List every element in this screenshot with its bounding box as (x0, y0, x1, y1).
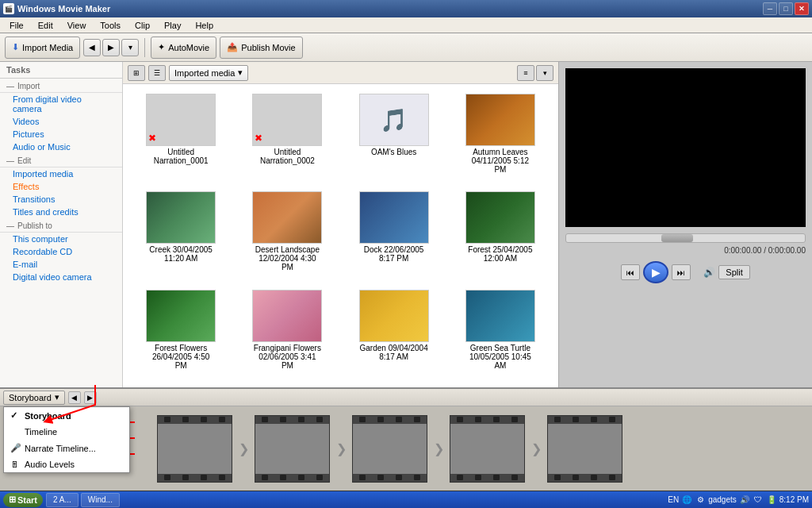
task-email[interactable]: E-mail (0, 258, 122, 271)
media-item-label: OAM's Blues (371, 148, 416, 156)
grid-view-button[interactable]: ⊞ (128, 65, 145, 81)
media-item-label: Green Sea Turtle 10/05/2005 10:45 AM (465, 344, 536, 370)
list-item[interactable]: Garden 09/04/2004 8:17 AM (343, 287, 446, 381)
menu-item-narrate[interactable]: 🎤 Narrate Timeline... (4, 440, 129, 456)
system-tray: EN 🌐 ⚙ gadgets 🔊 🛡 🔋 8:12 PM (668, 495, 809, 506)
media-item-label: Untitled Narration_0001 (145, 148, 216, 165)
tray-gadgets-label: gadgets (708, 495, 737, 504)
check-icon: ✓ (10, 410, 20, 421)
import-label: Import Media (22, 43, 73, 52)
task-titles[interactable]: Titles and credits (0, 206, 122, 218)
menu-help[interactable]: Help (189, 19, 220, 32)
sort-dropdown[interactable]: ▾ (536, 65, 553, 81)
storyboard-prev-button[interactable]: ◀ (68, 391, 81, 404)
title-bar-controls[interactable]: ─ □ ✕ (763, 2, 809, 15)
list-item[interactable]: Green Sea Turtle 10/05/2005 10:45 AM (449, 287, 552, 381)
main-toolbar: ⬇ Import Media ◀ ▶ ▾ ✦ AutoMovie 📤 Publi… (0, 33, 812, 62)
menu-clip[interactable]: Clip (128, 19, 156, 32)
taskbar-item-2a[interactable]: 2 A... (46, 493, 79, 507)
media-area: ⊞ ☰ Imported media ▾ ≡ ▾ ✖ (123, 62, 558, 387)
dropdown-nav[interactable]: ▾ (121, 39, 139, 56)
task-pictures[interactable]: Pictures (0, 128, 122, 140)
preview-screen (565, 68, 806, 227)
title-bar: 🎬 Windows Movie Maker ─ □ ✕ (0, 0, 812, 17)
list-item[interactable]: Frangipani Flowers 02/06/2005 3:41 PM (236, 287, 339, 381)
film-cell-5[interactable] (547, 415, 622, 483)
task-digital-video[interactable]: From digital video camera (0, 93, 122, 115)
maximize-button[interactable]: □ (779, 2, 793, 15)
media-filter-dropdown[interactable]: Imported media ▾ (169, 65, 248, 81)
media-item-label: Creek 30/04/2005 11:20 AM (145, 245, 216, 263)
media-thumbnail (465, 94, 535, 146)
film-cell-4[interactable] (450, 415, 525, 483)
automovie-icon: ✦ (158, 42, 165, 52)
taskbar-item-wind[interactable]: Wind... (81, 493, 120, 507)
menu-edit[interactable]: Edit (32, 19, 59, 32)
film-cell-2[interactable] (255, 415, 330, 483)
media-thumbnail: ✖ (252, 94, 322, 146)
close-button[interactable]: ✕ (795, 2, 809, 15)
storyboard-dropdown-button[interactable]: Storyboard ▾ (3, 391, 65, 405)
back-button[interactable]: ◀ (83, 39, 101, 56)
media-item-label: Forest Flowers 26/04/2005 4:50 PM (145, 344, 216, 370)
publish-icon: 📤 (227, 42, 238, 52)
menu-tools[interactable]: Tools (94, 19, 127, 32)
start-button[interactable]: ⊞ Start (3, 493, 43, 507)
sort-button[interactable]: ≡ (517, 65, 534, 81)
volume-icon: 🔊 (703, 267, 715, 278)
preview-seekbar[interactable] (565, 233, 806, 243)
storyboard-area: Storyboard ▾ ◀ ▶ ✓ Storyboard Timeline 🎤… (0, 387, 812, 491)
minimize-button[interactable]: ─ (763, 2, 777, 15)
menu-item-label: Narrate Timeline... (25, 444, 96, 453)
menu-item-timeline[interactable]: Timeline (4, 424, 129, 440)
prev-frame-button[interactable]: ⏮ (621, 264, 640, 280)
next-frame-button[interactable]: ⏭ (672, 264, 691, 280)
task-recordable-cd[interactable]: Recordable CD (0, 245, 122, 258)
automovie-button[interactable]: ✦ AutoMovie (151, 37, 216, 59)
media-item-label: Desert Landscape 12/02/2004 4:30 PM (251, 245, 323, 271)
task-videos[interactable]: Videos (0, 115, 122, 128)
narrate-icon: 🎤 (10, 443, 20, 453)
menu-file[interactable]: File (3, 19, 30, 32)
task-audio[interactable]: Audio or Music (0, 140, 122, 153)
play-button[interactable]: ▶ (643, 261, 668, 283)
media-item-label: Autumn Leaves 04/11/2005 5:12 PM (465, 148, 536, 174)
publish-movie-button[interactable]: 📤 Publish Movie (220, 37, 302, 59)
menu-item-audio-levels[interactable]: 🎚 Audio Levels (4, 456, 129, 472)
menu-play[interactable]: Play (158, 19, 187, 32)
list-item[interactable]: Creek 30/04/2005 11:20 AM (129, 188, 232, 283)
list-item[interactable]: ✖ Untitled Narration_0002 (236, 90, 339, 185)
arrow-2: ❯ (331, 415, 350, 483)
clock: 8:12 PM (779, 495, 809, 504)
split-button[interactable]: Split (718, 265, 749, 279)
app-title: Windows Movie Maker (17, 4, 110, 13)
film-cell-3[interactable] (352, 415, 427, 483)
storyboard-dropdown-icon: ▾ (55, 392, 59, 402)
storyboard-toolbar: Storyboard ▾ ◀ ▶ (0, 389, 812, 406)
import-media-button[interactable]: ⬇ Import Media (5, 37, 80, 59)
list-item[interactable]: Forest 25/04/2005 12:00 AM (449, 188, 552, 283)
menu-item-storyboard[interactable]: ✓ Storyboard (4, 407, 129, 424)
task-this-computer[interactable]: This computer (0, 233, 122, 245)
list-item[interactable]: Autumn Leaves 04/11/2005 5:12 PM (449, 90, 552, 185)
film-cell-1[interactable] (157, 415, 232, 483)
list-item[interactable]: Desert Landscape 12/02/2004 4:30 PM (236, 188, 339, 283)
task-digital-camera[interactable]: Digital video camera (0, 271, 122, 283)
menu-view[interactable]: View (61, 19, 93, 32)
task-transitions[interactable]: Transitions (0, 193, 122, 206)
task-effects[interactable]: Effects (0, 180, 122, 193)
list-item[interactable]: Forest Flowers 26/04/2005 4:50 PM (129, 287, 232, 381)
windows-icon: ⊞ (9, 495, 16, 505)
task-imported-media[interactable]: Imported media (0, 167, 122, 180)
list-item[interactable]: 🎵 OAM's Blues (343, 90, 446, 185)
volume-tray-icon[interactable]: 🔊 (739, 495, 750, 506)
media-thumbnail (146, 191, 216, 244)
media-thumbnail: 🎵 (359, 94, 429, 146)
list-item[interactable]: ✖ Untitled Narration_0001 (129, 90, 232, 185)
seekbar-thumb[interactable] (661, 234, 693, 242)
list-item[interactable]: Dock 22/06/2005 8:17 PM (343, 188, 446, 283)
storyboard-next-button[interactable]: ▶ (84, 391, 97, 404)
forward-button[interactable]: ▶ (102, 39, 120, 56)
detail-view-button[interactable]: ☰ (148, 65, 166, 81)
media-thumbnail (465, 191, 535, 244)
